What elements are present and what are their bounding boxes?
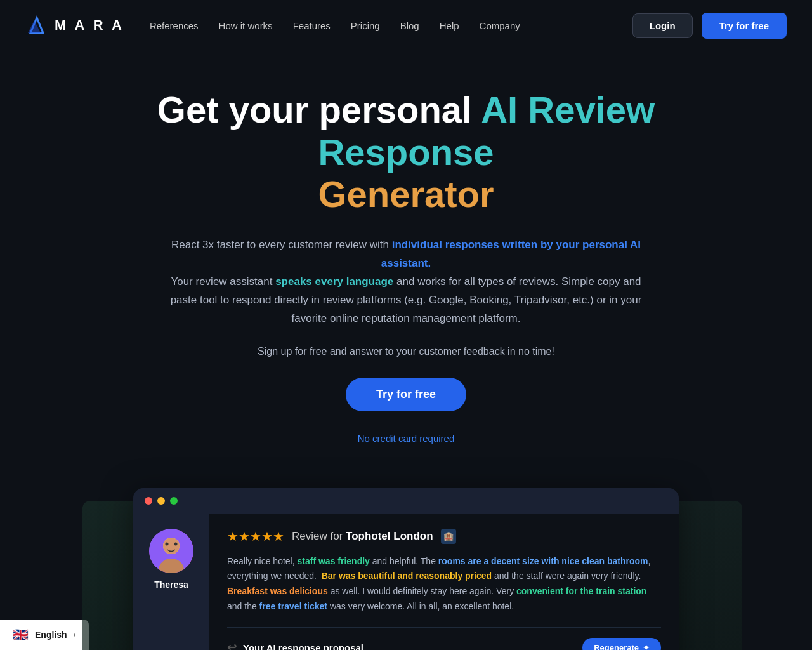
demo-window: Theresa ★★★★★ Review for Tophotel London…: [133, 488, 679, 650]
hero-section: Get your personal AI Review Response Gen…: [121, 51, 691, 469]
hero-description: React 3x faster to every customer review…: [159, 236, 653, 328]
login-button[interactable]: Login: [632, 13, 693, 38]
review-for-label: Review for Tophotel London: [292, 530, 433, 543]
window-titlebar: [133, 488, 679, 514]
demo-section: Theresa ★★★★★ Review for Tophotel London…: [0, 488, 812, 650]
review-header: ★★★★★ Review for Tophotel London 🏨: [227, 529, 661, 544]
review-panel: ★★★★★ Review for Tophotel London 🏨 Reall…: [209, 514, 679, 650]
nav-how-it-works[interactable]: How it works: [219, 20, 273, 31]
nav-company[interactable]: Company: [480, 20, 520, 31]
svg-point-6: [166, 542, 169, 545]
chevron-icon: ›: [74, 630, 76, 639]
reviewer-name: Theresa: [154, 580, 188, 590]
hero-desc-2: Your review assistant: [171, 275, 275, 288]
navbar-links: References How it works Features Pricing…: [150, 20, 632, 31]
navbar: M A R A References How it works Features…: [0, 0, 812, 51]
hero-title-generator: Generator: [318, 173, 494, 215]
regenerate-icon: ✦: [643, 643, 650, 650]
nav-features[interactable]: Features: [293, 20, 331, 31]
try-free-nav-button[interactable]: Try for free: [702, 13, 787, 39]
hero-desc-highlight-2: speaks every language: [275, 275, 393, 288]
hl-ticket: free travel ticket: [259, 601, 327, 611]
nav-help[interactable]: Help: [440, 20, 459, 31]
avatar: [149, 529, 193, 573]
hero-try-free-button[interactable]: Try for free: [346, 378, 466, 411]
hero-title-part1: Get your personal: [157, 89, 481, 130]
navbar-actions: Login Try for free: [632, 13, 787, 39]
reviewer-panel: Theresa: [133, 514, 209, 650]
hero-title: Get your personal AI Review Response Gen…: [146, 89, 666, 216]
review-text: Really nice hotel, staff was friendly an…: [227, 554, 661, 614]
language-label: English: [35, 630, 67, 640]
logo[interactable]: M A R A: [25, 14, 124, 37]
hero-signup-text: Sign up for free and answer to your cust…: [146, 346, 666, 357]
no-credit-text: No credit card required: [358, 433, 455, 444]
language-bar[interactable]: 🇬🇧 English ›: [0, 620, 89, 650]
hotel-name: Tophotel London: [346, 530, 433, 542]
nav-pricing[interactable]: Pricing: [351, 20, 380, 31]
hotel-icon: 🏨: [441, 529, 456, 544]
nav-blog[interactable]: Blog: [400, 20, 419, 31]
window-content: Theresa ★★★★★ Review for Tophotel London…: [133, 514, 679, 650]
ai-response-header: ↩ Your AI response proposal Regenerate ✦: [227, 638, 661, 650]
hl-rooms: rooms are a decent size with nice clean …: [438, 556, 648, 566]
svg-point-7: [174, 542, 178, 545]
review-stars: ★★★★★: [227, 529, 284, 544]
logo-text: M A R A: [55, 17, 124, 34]
hl-train: convenient for the train station: [516, 586, 646, 596]
ai-response-section: ↩ Your AI response proposal Regenerate ✦…: [227, 627, 661, 650]
ai-arrow-icon: ↩: [227, 640, 237, 650]
hero-desc-highlight-1: individual responses written by your per…: [381, 239, 641, 269]
hl-staff: staff was friendly: [298, 556, 370, 566]
flag-icon: 🇬🇧: [13, 627, 29, 642]
logo-icon: [25, 14, 48, 37]
avatar-svg: [149, 529, 193, 573]
hl-breakfast: Breakfast was delicious: [227, 586, 328, 596]
window-dot-green: [170, 497, 178, 505]
window-dot-red: [145, 497, 152, 505]
nav-references[interactable]: References: [150, 20, 199, 31]
regenerate-button[interactable]: Regenerate ✦: [582, 638, 661, 650]
window-dot-yellow: [157, 497, 165, 505]
hero-desc-1: React 3x faster to every customer review…: [171, 239, 392, 251]
ai-response-label: ↩ Your AI response proposal: [227, 640, 363, 650]
hl-bar: Bar was beautiful and reasonably priced: [322, 571, 492, 581]
